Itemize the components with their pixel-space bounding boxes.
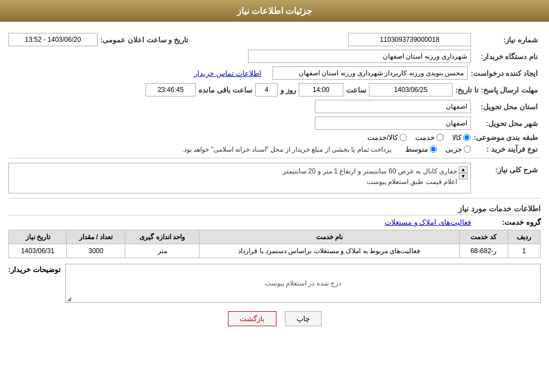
buttons-row: چاپ بازگشت — [8, 311, 541, 326]
category-label: طبقه بندی موضوعی: — [473, 133, 541, 142]
province-label: استان محل تحویل: — [474, 103, 541, 111]
deadline-date-input[interactable] — [369, 83, 453, 96]
purchase-radio-motevaset[interactable] — [430, 146, 437, 153]
deadline-time-input[interactable] — [299, 83, 343, 96]
deadline-remain-input[interactable] — [145, 83, 196, 96]
buyer-notes-section: درج شده در استعلام پیوست ◢ توضیحات خریدا… — [8, 264, 541, 303]
main-content: شماره نیاز: تاریخ و ساعت اعلان عمومی: نا… — [0, 30, 549, 329]
deadline-day-label: روز و — [280, 86, 296, 94]
category-row: طبقه بندی موضوعی: کالا خدمت کالا/خدمت — [8, 133, 541, 142]
purchase-option-motevaset[interactable]: متوسط — [405, 145, 437, 153]
city-row: شهر محل تحویل: — [8, 117, 541, 130]
table-row: 1 ر-682-68 فعالیت‌های مربوط به املاک و م… — [9, 244, 541, 258]
buyer-notes-label: توضیحات خریدار: — [8, 265, 61, 274]
col-date: تاریخ نیاز — [9, 230, 67, 244]
category-radio-group: کالا خدمت کالا/خدمت — [367, 133, 471, 142]
purchase-label-jozi: جزیی — [445, 145, 462, 153]
print-button[interactable]: چاپ — [285, 311, 322, 326]
category-radio-kala[interactable] — [463, 134, 470, 141]
city-label: شهر محل تحویل: — [474, 119, 541, 128]
cell-service-name: فعالیت‌های مربوط به املاک و مستغلات براس… — [200, 244, 459, 258]
deadline-time-label: ساعت — [346, 86, 366, 94]
deadline-remain-label: ساعت باقی مانده — [198, 86, 252, 94]
cell-service-code: ر-682-68 — [459, 244, 508, 258]
purchase-radio-jozi[interactable] — [464, 146, 471, 153]
creator-contact-link[interactable]: اطلاعات تماس خریدار — [194, 69, 261, 78]
deadline-row: مهلت ارسال پاسخ: تا تاریخ: ساعت روز و سا… — [8, 83, 541, 96]
scroll-arrows: ▲ ▼ — [459, 166, 468, 180]
category-label-khedmat: خدمت — [415, 133, 435, 142]
province-input[interactable] — [315, 100, 471, 113]
purchase-radio-group: جزیی متوسط — [405, 145, 471, 153]
col-service-code: کد خدمت — [459, 230, 508, 244]
group-service-link[interactable]: فعالیت‌های املاک و مستغلات — [385, 218, 471, 226]
buyer-org-input[interactable] — [248, 50, 471, 63]
need-desc-label: شرح کلی نیاز: — [474, 166, 541, 174]
category-radio-kala-khedmat[interactable] — [400, 134, 407, 141]
need-number-row: شماره نیاز: تاریخ و ساعت اعلان عمومی: — [8, 33, 541, 46]
separator-2 — [8, 198, 541, 199]
services-table-body: 1 ر-682-68 فعالیت‌های مربوط به املاک و م… — [9, 244, 541, 258]
buyer-org-label: نام دستگاه خریدار: — [474, 52, 541, 61]
page-title: جزئیات اطلاعات نیاز — [237, 6, 313, 16]
purchase-type-label: نوع فرآیند خرید : — [474, 145, 541, 153]
group-service-row: گروه خدمت: فعالیت‌های املاک و مستغلات — [8, 218, 541, 226]
category-option-kala[interactable]: کالا — [452, 133, 470, 142]
purchase-option-jozi[interactable]: جزیی — [445, 145, 471, 153]
need-desc-row: شرح کلی نیاز: ▲ ▼ حفاری کانال به عرض 60 … — [8, 163, 541, 193]
need-desc-text: حفاری کانال به عرض 60 سانتیمتر و ارتفاع … — [12, 166, 457, 187]
announce-datetime-input[interactable] — [8, 33, 98, 46]
need-description-box: ▲ ▼ حفاری کانال به عرض 60 سانتیمتر و ارت… — [8, 163, 471, 193]
cell-unit: متر — [125, 244, 200, 258]
category-label-kala-khedmat: کالا/خدمت — [367, 133, 399, 142]
scroll-down-arrow[interactable]: ▼ — [459, 173, 468, 180]
creator-input[interactable] — [273, 66, 468, 80]
category-label-kala: کالا — [452, 133, 461, 142]
services-section-title: اطلاعات خدمات مورد نیاز — [8, 204, 541, 215]
group-service-label: گروه خدمت: — [474, 218, 541, 226]
buyer-org-row: نام دستگاه خریدار: — [8, 50, 541, 63]
col-unit: واحد اندازه گیری — [125, 230, 200, 244]
cell-quantity: 3000 — [67, 244, 125, 258]
need-desc-line1: حفاری کانال به عرض 60 سانتیمتر و ارتفاع … — [12, 166, 457, 177]
purchase-label-motevaset: متوسط — [405, 145, 428, 153]
back-button[interactable]: بازگشت — [228, 311, 276, 326]
purchase-type-row: نوع فرآیند خرید : جزیی متوسط پرداخت تمام… — [8, 145, 541, 153]
purchase-note: پرداخت تمام یا بخشی از مبلغ خریدار از مح… — [182, 146, 391, 153]
col-row-num: ردیف — [508, 230, 540, 244]
col-service-name: نام خدمت — [200, 230, 459, 244]
creator-label: ایجاد کننده درخواست: — [470, 69, 541, 78]
separator-1 — [8, 158, 541, 158]
services-table-header-row: ردیف کد خدمت نام خدمت واحد اندازه گیری ت… — [9, 230, 541, 244]
page-wrapper: جزئیات اطلاعات نیاز شماره نیاز: تاریخ و … — [0, 0, 549, 392]
announce-datetime-label: تاریخ و ساعت اعلان عمومی: — [100, 36, 188, 44]
services-table: ردیف کد خدمت نام خدمت واحد اندازه گیری ت… — [8, 230, 541, 258]
cell-date: 1403/06/31 — [9, 244, 67, 258]
services-table-head: ردیف کد خدمت نام خدمت واحد اندازه گیری ت… — [9, 230, 541, 244]
scroll-up-arrow[interactable]: ▲ — [459, 166, 468, 173]
city-input[interactable] — [315, 117, 471, 130]
deadline-days-input[interactable] — [255, 83, 278, 96]
category-option-khedmat[interactable]: خدمت — [415, 133, 444, 142]
deadline-label: مهلت ارسال پاسخ: تا تاریخ: — [455, 86, 541, 94]
col-quantity: تعداد / مقدار — [67, 230, 125, 244]
need-desc-line2: اعلام قیمت طبق استعلام پیوست — [12, 177, 457, 187]
cell-row-num: 1 — [508, 244, 540, 258]
need-number-label: شماره نیاز: — [474, 36, 541, 44]
resize-handle: ◢ — [67, 296, 71, 302]
category-radio-khedmat[interactable] — [436, 134, 444, 141]
need-number-input[interactable] — [348, 33, 471, 46]
page-header: جزئیات اطلاعات نیاز — [0, 0, 549, 22]
creator-row: ایجاد کننده درخواست: اطلاعات تماس خریدار — [8, 66, 541, 80]
category-option-kala-khedmat[interactable]: کالا/خدمت — [367, 133, 407, 142]
province-row: استان محل تحویل: — [8, 100, 541, 113]
buyer-notes-placeholder: درج شده در استعلام پیوست — [265, 279, 341, 287]
